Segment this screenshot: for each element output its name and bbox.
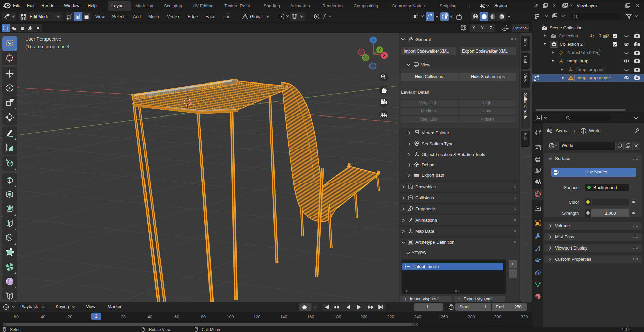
svg-text:Z: Z: [372, 38, 375, 42]
svg-text:Y: Y: [378, 48, 381, 52]
svg-text:X: X: [383, 53, 386, 57]
